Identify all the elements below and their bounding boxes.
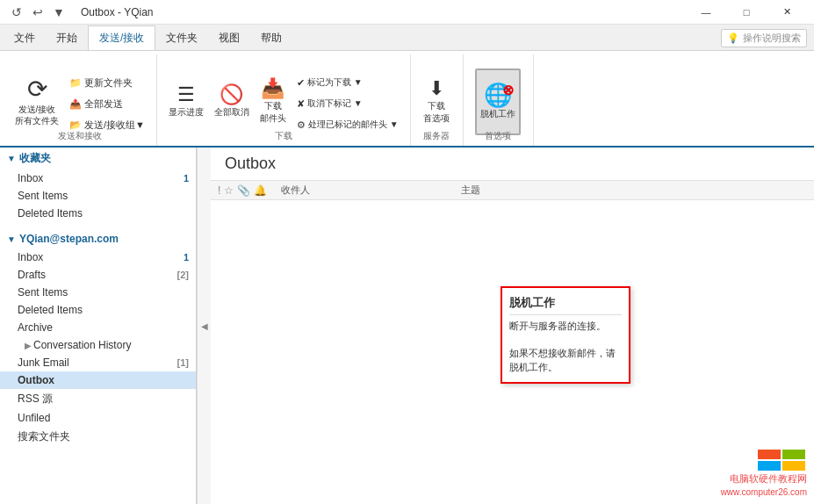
- download-icon: 📥: [261, 79, 285, 98]
- tab-send-receive[interactable]: 发送/接收: [88, 25, 155, 50]
- offline-popup-text2: 如果不想接收新邮件，请脱机工作。: [509, 346, 622, 375]
- deleted-fav-label: Deleted Items: [18, 207, 83, 220]
- sidebar-item-sent-fav[interactable]: Sent Items: [0, 187, 196, 205]
- sidebar-section-yqian[interactable]: ▼ YQian@stepan.com: [0, 229, 196, 248]
- main-layout: ▼ 收藏夹 Inbox 1 Sent Items Deleted Items ▼…: [0, 148, 814, 504]
- undo-button[interactable]: ↩: [28, 3, 47, 22]
- watermark: 电脑软硬件教程网 www.computer26.com: [721, 450, 807, 497]
- arrow-icon-yq: ▼: [7, 234, 16, 244]
- download-headers-button[interactable]: 📥 下载邮件头: [256, 68, 291, 135]
- ribbon-tabs: 文件 开始 发送/接收 文件夹 视图 帮助 💡 操作说明搜索: [0, 25, 814, 51]
- drafts-yq-badge: [2]: [177, 270, 189, 280]
- sidebar-item-sent-yq[interactable]: Sent Items: [0, 284, 196, 301]
- svg-rect-3: [782, 461, 805, 471]
- mark-icon: ✔: [297, 77, 305, 89]
- server-download-icon: ⬇: [429, 79, 444, 98]
- unfiled-yq-label: Unfiled: [18, 412, 50, 424]
- archive-yq-label: Archive: [18, 321, 53, 334]
- sidebar: ▼ 收藏夹 Inbox 1 Sent Items Deleted Items ▼…: [0, 148, 197, 504]
- send-all-button[interactable]: 📤 全部发送: [65, 94, 149, 113]
- popup-divider: [509, 314, 622, 315]
- deleted-yq-label: Deleted Items: [18, 304, 83, 316]
- flag-icon: ☆: [224, 184, 234, 197]
- cancel-icon: 🚫: [220, 85, 243, 104]
- send-receive-all-button[interactable]: ⟳ 发送/接收所有文件夹: [11, 68, 63, 135]
- sidebar-item-unfiled-yq[interactable]: Unfiled: [0, 409, 196, 427]
- sent-fav-label: Sent Items: [18, 190, 68, 202]
- window-controls: — □ ✕: [686, 0, 807, 25]
- group-send-receive: ⟳ 发送/接收所有文件夹 📁 更新文件夹 📤 全部发送 📂 发送/接收组▼ 发送…: [4, 54, 157, 146]
- sidebar-collapse-button[interactable]: ◀: [197, 148, 211, 504]
- sidebar-item-inbox-yq[interactable]: Inbox 1: [0, 248, 196, 266]
- tab-view[interactable]: 视图: [208, 25, 250, 50]
- svg-rect-1: [782, 450, 805, 459]
- group-download: ☰ 显示进度 🚫 全部取消 📥 下载邮件头 ✔ 标记为下载 ▼ ✘ 取消下标记 …: [157, 54, 411, 146]
- lightbulb-icon: 💡: [727, 32, 739, 44]
- sidebar-section-favorites[interactable]: ▼ 收藏夹: [0, 148, 196, 169]
- offline-popup: 脱机工作 断开与服务器的连接。 如果不想接收新邮件，请脱机工作。: [501, 286, 630, 384]
- download-group-label: 下载: [157, 130, 410, 142]
- download-small-col: ✔ 标记为下载 ▼ ✘ 取消下标记 ▼ ⚙ 处理已标记的邮件头 ▼: [292, 69, 403, 134]
- tab-home[interactable]: 开始: [46, 25, 88, 50]
- maximize-button[interactable]: □: [726, 0, 767, 25]
- show-progress-icon: ☰: [177, 85, 195, 104]
- search-folder-label: 搜索文件夹: [18, 429, 70, 444]
- quick-access-toolbar: ↺ ↩ ▼: [7, 3, 68, 22]
- folder-update-icon: 📁: [69, 77, 82, 89]
- watermark-url: www.computer26.com: [721, 487, 807, 497]
- ms-logo-icon: [758, 450, 807, 471]
- sidebar-item-deleted-yq[interactable]: Deleted Items: [0, 301, 196, 319]
- refresh-button[interactable]: ↺: [7, 3, 26, 22]
- search-box[interactable]: 💡 操作说明搜索: [721, 29, 807, 47]
- sidebar-item-inbox-fav[interactable]: Inbox 1: [0, 169, 196, 187]
- offline-popup-title: 脱机工作: [509, 295, 622, 311]
- sidebar-item-rss-yq[interactable]: RSS 源: [0, 389, 196, 409]
- cancel-mark-button[interactable]: ✘ 取消下标记 ▼: [292, 94, 403, 113]
- mark-download-button[interactable]: ✔ 标记为下载 ▼: [292, 73, 403, 92]
- sidebar-item-drafts-yq[interactable]: Drafts [2]: [0, 266, 196, 284]
- preferences-group-label: 首选项: [464, 130, 533, 142]
- minimize-button[interactable]: —: [686, 0, 726, 25]
- send-receive-group-label: 发送和接收: [4, 130, 156, 142]
- group-server: ⬇ 下载首选项 服务器: [411, 54, 464, 146]
- watermark-text: 电脑软硬件教程网: [730, 472, 807, 486]
- ribbon: ⟳ 发送/接收所有文件夹 📁 更新文件夹 📤 全部发送 📂 发送/接收组▼ 发送…: [0, 51, 814, 148]
- send-receive-label: 发送/接收所有文件夹: [15, 104, 59, 126]
- window-title: Outbox - YQian: [81, 6, 154, 18]
- send-all-icon: 📤: [69, 98, 82, 110]
- junk-yq-label: Junk Email: [18, 356, 69, 369]
- tab-file[interactable]: 文件: [4, 25, 46, 50]
- send-receive-icon: ⟳: [27, 77, 47, 102]
- conv-history-label: Conversation History: [33, 339, 131, 351]
- drafts-yq-label: Drafts: [18, 269, 46, 281]
- icon-columns: ! ☆ 📎 🔔: [218, 184, 267, 197]
- collapse-icon: ◀: [201, 321, 208, 331]
- arrow-conv-icon: ▶: [25, 341, 32, 350]
- sidebar-item-outbox-yq[interactable]: Outbox: [0, 371, 196, 389]
- outbox-yq-label: Outbox: [18, 374, 54, 386]
- arrow-icon: ▼: [7, 154, 16, 163]
- tab-folder[interactable]: 文件夹: [155, 25, 208, 50]
- customize-button[interactable]: ▼: [49, 3, 68, 22]
- download-preferences-button[interactable]: ⬇ 下载首选项: [419, 68, 454, 135]
- sidebar-item-search-folder[interactable]: 搜索文件夹: [0, 427, 196, 447]
- tab-help[interactable]: 帮助: [250, 25, 292, 50]
- junk-yq-badge: [1]: [177, 357, 189, 368]
- svg-rect-2: [758, 461, 781, 471]
- yqian-label: YQian@stepan.com: [19, 233, 119, 245]
- offline-label: 脱机工作: [480, 108, 515, 120]
- show-progress-button[interactable]: ☰ 显示进度: [164, 68, 208, 135]
- search-box-label: 操作说明搜索: [743, 32, 801, 45]
- cancel-all-button[interactable]: 🚫 全部取消: [210, 68, 254, 135]
- sidebar-item-deleted-fav[interactable]: Deleted Items: [0, 205, 196, 222]
- update-folder-button[interactable]: 📁 更新文件夹: [65, 73, 149, 92]
- subject-column-header: 主题: [461, 184, 807, 197]
- sidebar-item-archive-yq[interactable]: Archive: [0, 319, 196, 336]
- close-button[interactable]: ✕: [767, 0, 807, 25]
- sent-yq-label: Sent Items: [18, 286, 68, 299]
- offline-work-button[interactable]: 🌐⊗ 脱机工作: [475, 68, 521, 135]
- content-title: Outbox: [211, 148, 814, 181]
- inbox-yq-badge: 1: [184, 252, 189, 263]
- sidebar-item-conv-history[interactable]: ▶ Conversation History: [0, 336, 196, 354]
- sidebar-item-junk-yq[interactable]: Junk Email [1]: [0, 354, 196, 371]
